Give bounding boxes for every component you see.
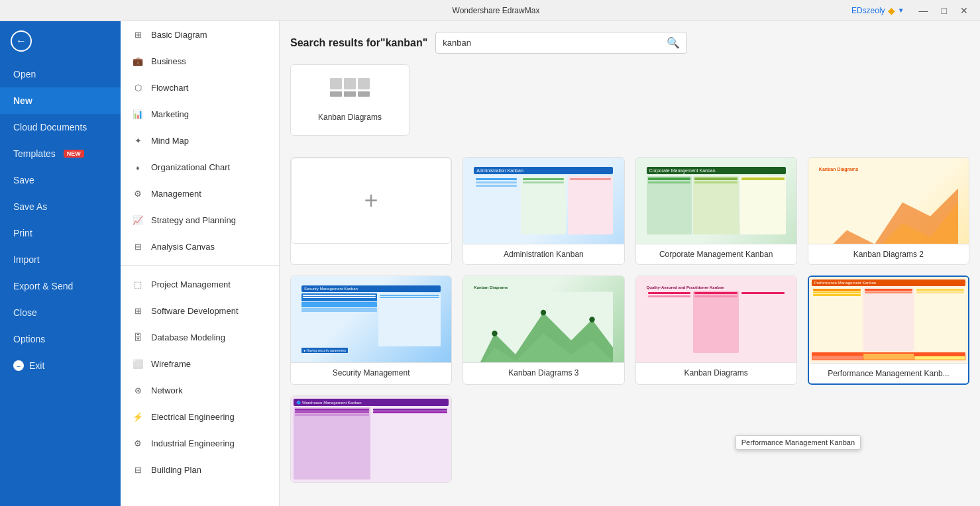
sidebar-item-open[interactable]: Open <box>0 61 121 87</box>
category-industrial[interactable]: ⚙ Industrial Engineering <box>121 430 279 456</box>
category-business-label: Business <box>151 56 186 66</box>
template-security-kanban[interactable]: Security Management Kanban <box>290 276 452 385</box>
templates-new-badge: NEW <box>64 150 84 158</box>
category-business[interactable]: 💼 Business <box>121 48 279 74</box>
category-orgchart[interactable]: ⬧ Organizational Chart <box>121 154 279 180</box>
wireframe-icon: ⬜ <box>131 357 144 370</box>
template-warehouse[interactable]: 🔷 Warehouse Management Kanban <box>290 395 452 483</box>
sidebar-item-saveas[interactable]: Save As <box>0 193 121 220</box>
kanban-diagrams-top-card[interactable]: Kanban Diagrams <box>290 64 409 136</box>
search-box[interactable]: 🔍 <box>435 32 687 54</box>
category-flowchart[interactable]: ⬡ Flowchart <box>121 74 279 101</box>
category-mindmap[interactable]: ✦ Mind Map <box>121 127 279 154</box>
performance-tooltip: Performance Management Kanban <box>735 435 861 450</box>
svg-point-7 <box>541 310 546 315</box>
category-database-label: Database Modeling <box>151 332 225 342</box>
template-kanban-plain-thumb: Quality-Assured and Practitioner Kanban <box>636 276 796 362</box>
titlebar: Wondershare EdrawMax EDszeoly ◆ ▼ — □ ✕ <box>0 0 980 21</box>
analysis-icon: ⊟ <box>131 240 144 253</box>
options-label: Options <box>13 334 45 344</box>
kanban-top-label: Kanban Diagrams <box>318 113 382 122</box>
orgchart-icon: ⬧ <box>131 160 144 174</box>
template-admin-kanban-thumb: Administration Kanban <box>463 158 624 244</box>
category-project[interactable]: ⬚ Project Management <box>121 271 279 297</box>
category-mindmap-label: Mind Map <box>151 136 189 146</box>
template-security-label: Security Management <box>291 362 451 383</box>
category-marketing-label: Marketing <box>151 109 189 119</box>
new-blank-card[interactable]: + <box>290 157 452 265</box>
sidebar-item-new[interactable]: New <box>0 87 121 114</box>
category-network[interactable]: ⊛ Network <box>121 377 279 403</box>
sidebar-item-options[interactable]: Options <box>0 326 121 352</box>
sidebar-item-exit[interactable]: – Exit <box>0 352 121 379</box>
category-basic-label: Basic Diagram <box>151 30 207 40</box>
svg-point-8 <box>590 317 595 322</box>
search-button[interactable]: 🔍 <box>667 36 680 49</box>
template-admin-kanban[interactable]: Administration Kanban <box>463 157 624 265</box>
category-electrical-label: Electrical Engineering <box>151 412 235 422</box>
window-controls: — □ ✕ <box>915 4 972 17</box>
category-network-label: Network <box>151 385 183 395</box>
category-electrical[interactable]: ⚡ Electrical Engineering <box>121 403 279 430</box>
category-basic-diagram[interactable]: ⊞ Basic Diagram <box>121 21 279 48</box>
open-label: Open <box>13 69 36 79</box>
category-strategy[interactable]: 📈 Strategy and Planning <box>121 207 279 233</box>
template-kanban2[interactable]: Kanban Diagrams Kanban Diagrams 2 <box>808 157 969 265</box>
new-label: New <box>13 95 32 106</box>
app-title: Wondershare EdrawMax <box>140 6 851 15</box>
category-building[interactable]: ⊟ Building Plan <box>121 456 279 483</box>
export-label: Export & Send <box>13 281 73 291</box>
template-admin-kanban-label: Administration Kanban <box>463 244 624 264</box>
category-database[interactable]: 🗄 Database Modeling <box>121 324 279 350</box>
business-icon: 💼 <box>131 54 144 68</box>
maximize-button[interactable]: □ <box>938 4 951 17</box>
top-categories-row: Kanban Diagrams <box>290 64 969 146</box>
industrial-icon: ⚙ <box>131 436 144 450</box>
search-input[interactable] <box>443 38 667 48</box>
templates-grid-row3: 🔷 Warehouse Management Kanban <box>290 395 969 483</box>
plus-icon: + <box>291 158 451 244</box>
category-software[interactable]: ⊞ Software Development <box>121 297 279 324</box>
close-button[interactable]: ✕ <box>956 4 972 17</box>
management-icon: ⚙ <box>131 187 144 200</box>
user-info[interactable]: EDszeoly ◆ ▼ <box>851 5 904 16</box>
sidebar-item-save[interactable]: Save <box>0 167 121 193</box>
minimize-button[interactable]: — <box>915 4 932 17</box>
templates-label: Templates <box>13 148 56 159</box>
category-project-label: Project Management <box>151 279 231 289</box>
back-circle-icon: ← <box>11 30 32 52</box>
search-results-label: Search results for"kanban" <box>290 37 427 49</box>
template-security-thumb: Security Management Kanban <box>291 276 451 362</box>
building-icon: ⊟ <box>131 463 144 476</box>
sidebar-item-cloud[interactable]: Cloud Documents <box>0 114 121 140</box>
template-kanban-plain[interactable]: Quality-Assured and Practitioner Kanban <box>635 276 797 385</box>
category-flowchart-label: Flowchart <box>151 83 188 93</box>
sidebar-item-templates[interactable]: Templates NEW <box>0 140 121 167</box>
sidebar-item-close[interactable]: Close <box>0 299 121 326</box>
user-dropdown-icon[interactable]: ▼ <box>898 7 904 14</box>
network-icon: ⊛ <box>131 383 144 397</box>
category-wireframe[interactable]: ⬜ Wireframe <box>121 350 279 377</box>
project-icon: ⬚ <box>131 278 144 291</box>
template-kanban3[interactable]: Kanban Diagrams <box>463 276 624 385</box>
mindmap-icon: ✦ <box>131 134 144 147</box>
template-performance-kanban[interactable]: Performance Management Kanban <box>808 276 969 385</box>
sidebar-item-import[interactable]: Import <box>0 246 121 273</box>
category-marketing[interactable]: 📊 Marketing <box>121 101 279 127</box>
sidebar: ← Open New Cloud Documents Templates NEW… <box>0 21 121 506</box>
software-icon: ⊞ <box>131 304 144 317</box>
sidebar-item-export[interactable]: Export & Send <box>0 273 121 299</box>
app-body: ← Open New Cloud Documents Templates NEW… <box>0 21 980 506</box>
template-corporate-kanban[interactable]: Corporate Management Kanban <box>635 157 797 265</box>
sidebar-item-print[interactable]: Print <box>0 220 121 246</box>
category-management[interactable]: ⚙ Management <box>121 180 279 207</box>
category-divider <box>121 265 279 266</box>
back-button[interactable]: ← <box>0 21 121 61</box>
category-analysis[interactable]: ⊟ Analysis Canvas <box>121 233 279 260</box>
template-corporate-thumb: Corporate Management Kanban <box>636 158 796 244</box>
category-software-label: Software Development <box>151 306 239 316</box>
saveas-label: Save As <box>13 201 47 212</box>
template-kanban2-label: Kanban Diagrams 2 <box>808 244 969 264</box>
cloud-label: Cloud Documents <box>13 122 87 132</box>
category-wireframe-label: Wireframe <box>151 359 191 369</box>
